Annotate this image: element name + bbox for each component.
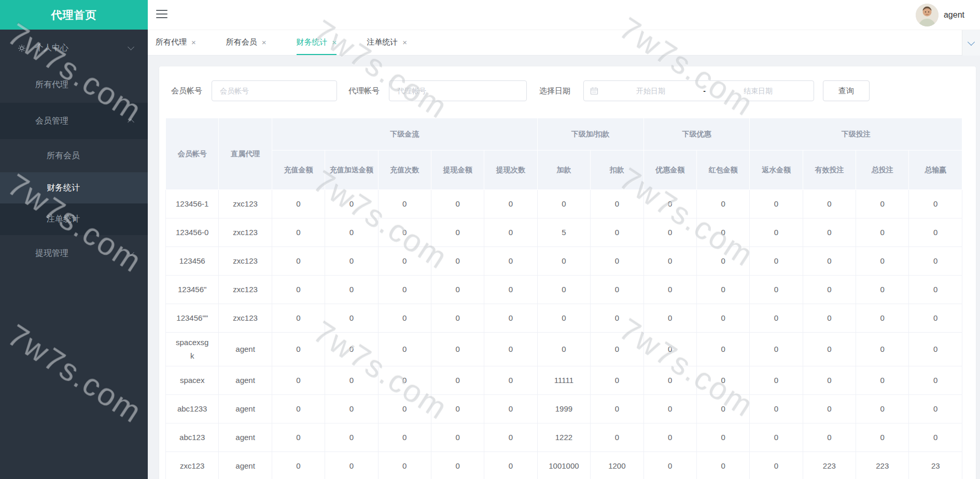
sidebar-item-6[interactable]: 注单统计	[0, 203, 148, 235]
table-row: 123456"zxc1230000000000000	[166, 276, 962, 304]
column-header: 总输赢	[909, 150, 962, 190]
tab-1[interactable]: 所有代理×	[156, 30, 196, 55]
member-account-input[interactable]	[212, 80, 337, 101]
table-cell: 0	[484, 304, 537, 333]
tabs: 所有代理×所有会员×财务统计×注单统计×	[156, 30, 437, 55]
table-cell: 0	[431, 333, 484, 366]
avatar[interactable]	[916, 4, 939, 26]
table-cell: 5	[537, 218, 590, 247]
table-cell: 0	[909, 333, 962, 366]
tab-overflow-button[interactable]	[962, 30, 980, 56]
table-cell: 0	[591, 276, 643, 304]
column-header: 提现金额	[431, 150, 484, 190]
column-header: 充值加送金额	[325, 150, 378, 190]
table-cell: 1200	[591, 452, 643, 479]
table-cell: 0	[431, 247, 484, 276]
column-header: 红包金额	[696, 150, 749, 190]
date-range-picker[interactable]: -	[583, 80, 814, 101]
tab-2[interactable]: 所有会员×	[226, 30, 267, 55]
column-header: 提现次数	[484, 150, 537, 190]
table-cell: 0	[431, 395, 484, 423]
table-cell: 0	[484, 218, 537, 247]
column-group-header: 下级优惠	[643, 118, 750, 150]
table-row: spacexsgkagent0000000000000	[166, 333, 962, 366]
chevron-up-icon	[128, 119, 134, 126]
table-cell: 0	[272, 276, 325, 304]
sidebar-item-1[interactable]: 个人中心	[0, 30, 148, 66]
sidebar-item-4[interactable]: 所有会员	[0, 139, 148, 172]
table-cell: 0	[909, 366, 962, 395]
agent-account-input[interactable]	[389, 80, 527, 101]
table-cell: 0	[378, 423, 431, 452]
table-cell: 223	[803, 452, 856, 479]
table-cell: 0	[696, 333, 749, 366]
end-date-input[interactable]	[709, 87, 807, 95]
close-icon[interactable]: ×	[402, 38, 407, 47]
sidebar-item-label: 注单统计	[0, 214, 80, 225]
column-header: 返水金额	[750, 150, 803, 190]
table-cell: 0	[537, 247, 590, 276]
table-cell: 0	[325, 395, 378, 423]
sidebar-item-label: 会员管理	[0, 116, 68, 127]
table-cell: 0	[909, 304, 962, 333]
table-cell: 0	[431, 366, 484, 395]
table-cell: 0	[750, 218, 803, 247]
sidebar-item-5[interactable]: 财务统计	[0, 172, 148, 203]
table-cell: 0	[325, 333, 378, 366]
topbar: agent	[148, 0, 980, 30]
table-cell: 0	[643, 333, 696, 366]
table-cell: zxc123	[219, 247, 272, 276]
table-cell: 0	[750, 366, 803, 395]
table-cell: 0	[325, 366, 378, 395]
avatar-image	[916, 4, 939, 26]
user-box[interactable]: agent	[916, 0, 964, 30]
tab-label: 注单统计	[367, 37, 398, 47]
sidebar-item-3[interactable]: 会员管理	[0, 103, 148, 139]
table-row: 123456""zxc1230000000000000	[166, 304, 962, 333]
column-group-header: 下级加/扣款	[537, 118, 643, 150]
table-cell: 0	[484, 190, 537, 218]
table-cell: 0	[272, 218, 325, 247]
finance-stats-table: 会员帐号直属代理下级金流下级加/扣款下级优惠下级投注充值金额充值加送金额充值次数…	[165, 118, 962, 479]
tab-4[interactable]: 注单统计×	[367, 30, 407, 55]
column-header: 优惠金额	[643, 150, 696, 190]
column-header: 充值金额	[272, 150, 325, 190]
close-icon[interactable]: ×	[262, 38, 267, 47]
tab-bar: 所有代理×所有会员×财务统计×注单统计×	[148, 30, 980, 56]
table-cell: 0	[591, 218, 643, 247]
column-header: 会员帐号	[166, 118, 219, 190]
table-cell: 0	[856, 247, 909, 276]
table-cell: agent	[219, 423, 272, 452]
close-icon[interactable]: ×	[191, 38, 196, 47]
table-cell: 0	[909, 218, 962, 247]
tab-3[interactable]: 财务统计×	[297, 30, 337, 55]
table-cell: 0	[591, 190, 643, 218]
sidebar-item-7[interactable]: 提现管理	[0, 235, 148, 271]
table-cell: 0	[750, 452, 803, 479]
close-icon[interactable]: ×	[332, 38, 337, 47]
sidebar-item-label: 提现管理	[0, 248, 68, 259]
start-date-input[interactable]	[601, 87, 700, 95]
table-cell: 0	[803, 276, 856, 304]
sidebar-item-2[interactable]: 所有代理	[0, 66, 148, 103]
table-cell: 0	[325, 190, 378, 218]
table-cell: 0	[856, 190, 909, 218]
table-cell: 0	[591, 395, 643, 423]
table-cell: 0	[643, 304, 696, 333]
table-cell: 1999	[537, 395, 590, 423]
sidebar-menu: 个人中心所有代理会员管理所有会员财务统计注单统计提现管理	[0, 30, 148, 271]
hamburger-icon[interactable]	[156, 10, 167, 19]
query-button[interactable]: 查询	[823, 80, 870, 101]
table-cell: zxc123	[219, 190, 272, 218]
table-cell: 0	[856, 276, 909, 304]
username: agent	[944, 10, 964, 20]
table-cell: 0	[378, 333, 431, 366]
table-cell: 123456-0	[166, 218, 219, 247]
table-cell: 0	[696, 304, 749, 333]
table-cell: 0	[484, 333, 537, 366]
table-cell: 0	[378, 218, 431, 247]
table-cell: 23	[909, 452, 962, 479]
table-cell: 0	[272, 190, 325, 218]
table-cell: zxc123	[219, 218, 272, 247]
table-cell: 0	[803, 333, 856, 366]
